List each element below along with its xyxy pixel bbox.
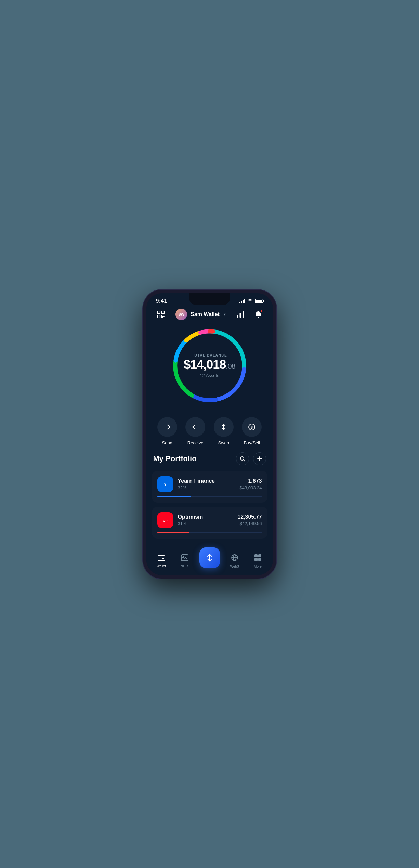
asset-row-optimism: OP Optimism 31% 12,305.77 $42,149.56 (157, 512, 262, 528)
status-icons (239, 298, 263, 303)
portfolio-header: My Portfolio (152, 452, 267, 465)
balance-label: TOTAL BALANCE (184, 353, 235, 357)
optimism-amount: 12,305.77 (237, 514, 262, 520)
wallet-nav-icon (158, 554, 165, 563)
wallet-nav-label: Wallet (157, 564, 166, 568)
send-label: Send (162, 440, 172, 445)
wallet-selector[interactable]: SW Sam Wallet ▾ (175, 309, 226, 320)
nfts-nav-icon (181, 554, 188, 563)
search-button[interactable] (236, 452, 249, 465)
svg-rect-39 (258, 554, 261, 557)
receive-icon (185, 417, 205, 437)
center-action-button[interactable] (199, 547, 220, 568)
yearn-name: Yearn Finance (178, 478, 235, 484)
balance-amount: $14,018.08 (184, 359, 235, 371)
nav-web3[interactable]: Web3 (226, 554, 243, 568)
balance-section: TOTAL BALANCE $14,018.08 12 Assets (146, 325, 273, 414)
yearn-logo: Y (157, 476, 173, 492)
optimism-values: 12,305.77 $42,149.56 (237, 514, 262, 526)
receive-label: Receive (187, 440, 204, 445)
balance-display: TOTAL BALANCE $14,018.08 12 Assets (184, 353, 235, 378)
wifi-icon (247, 298, 253, 303)
svg-rect-0 (157, 311, 160, 314)
swap-button[interactable]: Swap (214, 417, 234, 445)
scan-button[interactable] (155, 308, 167, 321)
optimism-usd: $42,149.56 (237, 521, 262, 526)
optimism-progress-fill (157, 532, 190, 533)
yearn-info: Yearn Finance 32% (178, 478, 235, 490)
donut-chart: TOTAL BALANCE $14,018.08 12 Assets (169, 325, 251, 407)
optimism-name: Optimism (178, 514, 233, 520)
svg-rect-40 (254, 558, 258, 561)
more-nav-label: More (254, 565, 262, 568)
notch (189, 293, 230, 305)
swap-label: Swap (218, 440, 229, 445)
portfolio-section: My Portfolio (146, 452, 273, 550)
add-asset-button[interactable] (253, 452, 266, 465)
svg-rect-31 (158, 556, 165, 561)
asset-card-optimism[interactable]: OP Optimism 31% 12,305.77 $42,149.56 (152, 507, 267, 539)
receive-button[interactable]: Receive (185, 417, 205, 445)
send-icon (157, 417, 177, 437)
buysell-icon: $ (242, 417, 262, 437)
svg-rect-9 (240, 313, 241, 318)
optimism-logo: OP (157, 512, 173, 528)
yearn-amount: 1.673 (239, 478, 262, 484)
svg-point-33 (183, 556, 184, 557)
svg-rect-38 (254, 554, 258, 557)
wallet-name: Sam Wallet (191, 311, 220, 318)
svg-text:$: $ (251, 425, 253, 429)
optimism-info: Optimism 31% (178, 514, 233, 526)
yearn-percent: 32% (178, 485, 235, 490)
notifications-button[interactable] (252, 308, 264, 321)
yearn-progress-fill (157, 496, 191, 497)
avatar: SW (175, 309, 187, 320)
status-time: 9:41 (156, 298, 167, 304)
swap-icon (214, 417, 234, 437)
asset-card-yearn[interactable]: Y Yearn Finance 32% 1.673 $43,003.34 (152, 471, 267, 503)
assets-count: 12 Assets (184, 373, 235, 378)
optimism-progress-bar (157, 532, 262, 533)
header-actions (234, 308, 264, 321)
svg-line-26 (244, 460, 245, 461)
notification-badge (260, 310, 263, 313)
web3-nav-icon (231, 554, 238, 563)
buysell-label: Buy/Sell (244, 440, 260, 445)
app-header: SW Sam Wallet ▾ (146, 304, 273, 325)
phone-frame: 9:41 (143, 290, 276, 579)
nfts-nav-label: NFTs (181, 564, 188, 568)
buysell-button[interactable]: $ Buy/Sell (242, 417, 262, 445)
yearn-values: 1.673 $43,003.34 (239, 478, 262, 490)
chevron-down-icon: ▾ (224, 312, 226, 317)
svg-rect-10 (243, 311, 244, 318)
web3-nav-label: Web3 (230, 565, 239, 568)
svg-rect-8 (237, 315, 238, 318)
svg-rect-1 (161, 311, 164, 314)
svg-text:OP: OP (163, 519, 167, 522)
action-buttons: Send Receive Swap (146, 414, 273, 452)
nav-nfts[interactable]: NFTs (176, 554, 193, 568)
bottom-navigation: Wallet NFTs (146, 550, 273, 575)
portfolio-title: My Portfolio (153, 454, 197, 463)
nav-wallet[interactable]: Wallet (153, 554, 170, 568)
svg-rect-2 (157, 315, 160, 318)
nav-more[interactable]: More (249, 554, 266, 568)
optimism-percent: 31% (178, 521, 233, 526)
signal-icon (239, 299, 245, 303)
portfolio-actions (236, 452, 266, 465)
more-nav-icon (254, 554, 262, 563)
asset-row-yearn: Y Yearn Finance 32% 1.673 $43,003.34 (157, 476, 262, 492)
svg-rect-41 (258, 558, 261, 561)
battery-icon (255, 299, 263, 303)
chart-icon-button[interactable] (234, 308, 247, 321)
svg-text:Y: Y (163, 482, 167, 487)
yearn-progress-bar (157, 496, 262, 497)
yearn-usd: $43,003.34 (239, 485, 262, 490)
scan-icon (155, 308, 167, 321)
send-button[interactable]: Send (157, 417, 177, 445)
